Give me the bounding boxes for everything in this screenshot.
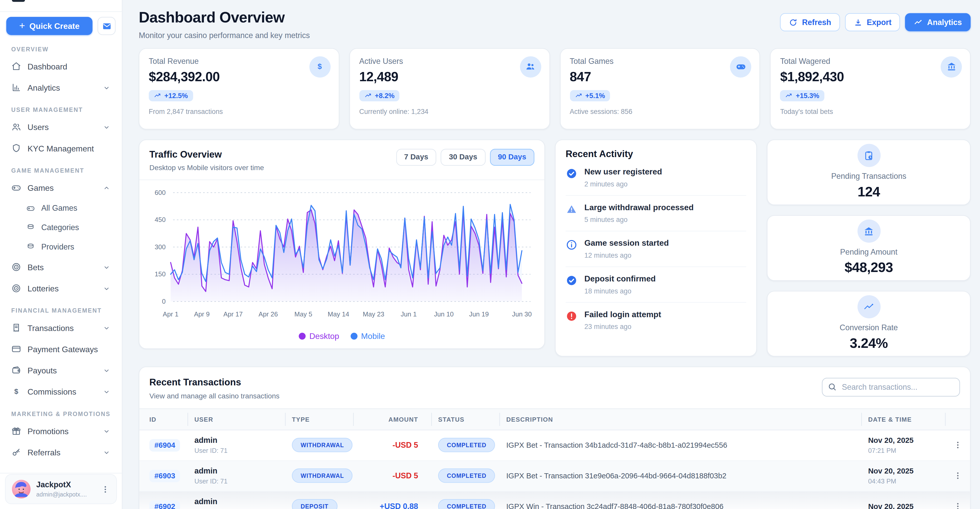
sidebar-item-label: KYC Management <box>27 144 94 153</box>
stat-change-badge: +8.2% <box>360 90 400 101</box>
transaction-id-link[interactable]: #6902 <box>149 500 180 509</box>
legend-item-desktop: Desktop <box>299 331 339 341</box>
sidebar-item-providers[interactable]: Providers <box>21 238 116 256</box>
sidebar-item-all-games[interactable]: All Games <box>21 199 116 217</box>
error-circle-icon <box>566 310 578 322</box>
sidebar-item-label: Promotions <box>27 426 68 436</box>
download-icon <box>854 18 862 27</box>
transaction-user-id: User ID: 71 <box>194 447 280 454</box>
activity-item-title: New user registered <box>584 167 662 176</box>
sidebar-item-promotions[interactable]: Promotions <box>6 422 116 440</box>
activity-item-time: 2 minutes ago <box>584 180 662 187</box>
sidebar-nav: OVERVIEWDashboardAnalyticsUSER MANAGEMEN… <box>0 36 122 509</box>
sidebar-item-commissions[interactable]: $Commissions <box>6 382 116 401</box>
svg-text:300: 300 <box>155 243 165 250</box>
summary-icon-circle <box>857 295 880 319</box>
profile-name: JackpotX <box>36 481 87 490</box>
activity-item-new-user-registered: New user registered2 minutes ago <box>566 160 746 196</box>
analytics-button[interactable]: Analytics <box>905 13 970 31</box>
row-actions-button[interactable] <box>945 471 970 480</box>
mail-button[interactable] <box>97 17 116 35</box>
profile-card[interactable]: JackpotX admin@jackpotx.... <box>5 474 117 504</box>
sidebar-item-dashboard[interactable]: Dashboard <box>6 57 116 76</box>
sidebar-item-referrals[interactable]: Referrals <box>6 443 116 461</box>
range-button-90-days[interactable]: 90 Days <box>490 148 535 166</box>
stat-value: $1,892,430 <box>780 69 961 84</box>
stat-label: Total Games <box>570 57 750 65</box>
page-header: Dashboard Overview Monitor your casino p… <box>139 9 971 40</box>
bank-icon <box>863 225 874 237</box>
activity-list: New user registered2 minutes agoLarge wi… <box>566 160 746 338</box>
dots-vertical-icon[interactable] <box>100 485 110 494</box>
summary-value: 124 <box>858 184 880 200</box>
stat-card-active-users: Active Users12,489+8.2%Currently online:… <box>349 48 550 129</box>
sidebar-item-users[interactable]: Users <box>6 118 116 136</box>
sidebar-item-bets[interactable]: Bets <box>6 258 116 276</box>
transaction-user: admin <box>194 497 280 506</box>
sidebar-item-payment-gateways[interactable]: Payment Gateways <box>6 340 116 358</box>
quick-create-button[interactable]: + Quick Create <box>6 17 92 35</box>
page-subtitle: Monitor your casino performance and key … <box>139 31 310 40</box>
stat-footer: Today's total bets <box>780 107 961 115</box>
svg-text:Apr 9: Apr 9 <box>194 310 210 318</box>
stat-value: $284,392.00 <box>149 69 329 84</box>
stat-icon-circle <box>941 56 962 77</box>
trend-up-icon <box>364 92 372 99</box>
activity-item-game-session-started: Game session started12 minutes ago <box>566 231 746 267</box>
export-button[interactable]: Export <box>845 13 900 31</box>
check-circle-icon <box>566 274 578 286</box>
sidebar-item-analytics[interactable]: Analytics <box>6 78 116 97</box>
sidebar-item-kyc-management[interactable]: KYC Management <box>6 139 116 158</box>
stat-label: Total Wagered <box>780 57 961 65</box>
row-actions-button[interactable] <box>945 440 970 450</box>
app-root: + Quick Create OVERVIEWDashboardAnalytic… <box>0 0 980 509</box>
traffic-overview-card: Traffic Overview Desktop vs Mobile visit… <box>139 139 545 349</box>
traffic-chart-area: 6004503001500Apr 1Apr 9Apr 17Apr 26May 5… <box>139 180 544 330</box>
sidebar-item-categories[interactable]: Categories <box>21 219 116 236</box>
trend-up-icon <box>154 92 161 99</box>
transaction-description: IGPX Bet - Transaction 31e9e06a-2096-44b… <box>500 471 862 480</box>
database-icon <box>26 223 35 232</box>
svg-text:$: $ <box>14 388 18 395</box>
gamepad-solid-icon <box>735 61 746 72</box>
stat-icon-circle: $ <box>309 56 331 77</box>
transaction-id-link[interactable]: #6903 <box>149 469 180 482</box>
table-body: #6904adminUser ID: 71WITHDRAWAL-USD 5COM… <box>139 430 970 509</box>
legend-dot <box>299 332 306 340</box>
profile-texts: JackpotX admin@jackpotx.... <box>36 481 87 498</box>
row-actions-button[interactable] <box>945 502 970 509</box>
sidebar-item-label: Lotteries <box>27 284 59 293</box>
summary-label: Conversion Rate <box>840 323 898 332</box>
transaction-user-id: User ID: 71 <box>194 477 280 485</box>
sidebar-item-games[interactable]: Games <box>6 178 116 197</box>
svg-text:600: 600 <box>155 189 165 196</box>
range-button-30-days[interactable]: 30 Days <box>441 148 485 166</box>
transaction-description: IGPX Win - Transaction 3c24adf7-8848-406… <box>500 502 862 509</box>
clipboard-clock-icon <box>863 150 874 161</box>
summary-cards-column: Pending Transactions124Pending Amount$48… <box>767 139 970 356</box>
activity-status-icon <box>566 167 578 179</box>
sidebar-item-payouts[interactable]: Payouts <box>6 361 116 380</box>
transaction-id-link[interactable]: #6904 <box>149 439 180 451</box>
chevron-down-icon <box>103 284 111 292</box>
stat-card-total-games: Total Games847+5.1%Active sessions: 856 <box>560 48 760 129</box>
trend-up-icon <box>575 92 582 99</box>
activity-item-title: Large withdrawal processed <box>584 202 694 212</box>
range-button-7-days[interactable]: 7 Days <box>396 148 436 166</box>
main-content: Dashboard Overview Monitor your casino p… <box>123 0 980 509</box>
search-input[interactable] <box>822 378 960 396</box>
summary-card-pending-transactions: Pending Transactions124 <box>767 139 970 205</box>
legend-item-mobile: Mobile <box>350 331 385 341</box>
transactions-subtitle: View and manage all casino transactions <box>149 392 280 399</box>
svg-text:May 23: May 23 <box>363 310 384 318</box>
transaction-amount: -USD 5 <box>354 471 432 480</box>
sidebar-item-lotteries[interactable]: Lotteries <box>6 279 116 298</box>
nav-section-label-marketing-promotions: MARKETING & PROMOTIONS <box>11 410 110 417</box>
svg-text:Apr 26: Apr 26 <box>259 310 278 318</box>
chevron-down-icon <box>103 427 111 435</box>
sidebar-item-transactions[interactable]: Transactions <box>6 319 116 337</box>
svg-text:0: 0 <box>162 298 165 305</box>
refresh-button[interactable]: Refresh <box>780 13 840 31</box>
chevron-up-icon <box>103 183 111 192</box>
svg-text:Jun 19: Jun 19 <box>469 310 489 318</box>
